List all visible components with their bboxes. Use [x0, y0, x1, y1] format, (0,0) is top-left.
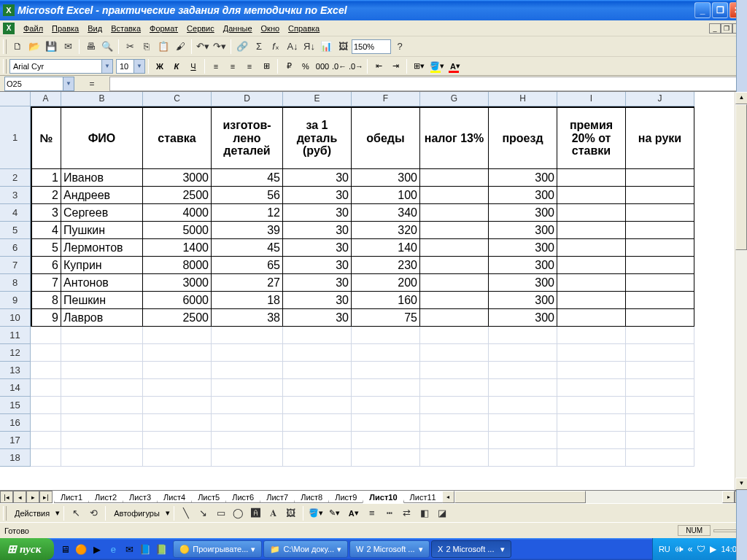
cell-E10[interactable]: 30 [283, 309, 352, 327]
sheet-tab-Лист10[interactable]: Лист10 [363, 492, 403, 503]
cell-F3[interactable]: 100 [352, 187, 420, 204]
cell-D5[interactable]: 39 [212, 222, 283, 239]
col-header-A[interactable]: A [31, 92, 61, 106]
cell-B6[interactable]: Лермонтов [61, 239, 143, 257]
menu-insert[interactable]: Вставка [107, 23, 145, 34]
task-button-3[interactable]: X2 Microsoft ...▾ [431, 540, 511, 558]
sheet-tab-Лист11[interactable]: Лист11 [403, 492, 443, 503]
cell-I8[interactable] [557, 274, 626, 292]
cell-A4[interactable]: 3 [31, 204, 61, 222]
start-button[interactable]: ⊞пуск [0, 538, 54, 560]
cell-J2[interactable] [626, 169, 694, 187]
cell-H9[interactable]: 300 [489, 292, 557, 309]
cell-H13[interactable] [489, 362, 557, 379]
cell-J3[interactable] [626, 187, 694, 204]
cell-D4[interactable]: 12 [212, 204, 283, 222]
col-header-J[interactable]: J [626, 92, 694, 106]
cell-E2[interactable]: 30 [283, 169, 352, 187]
cell-C10[interactable]: 2500 [143, 309, 212, 327]
copy-button[interactable]: ⎘ [139, 39, 155, 55]
cell-D8[interactable]: 27 [212, 274, 283, 292]
cell-J9[interactable] [626, 292, 694, 309]
cell-C6[interactable]: 1400 [143, 239, 212, 257]
sheet-tab-Лист9[interactable]: Лист9 [328, 492, 363, 503]
percent-button[interactable]: % [298, 58, 314, 74]
row-header-7[interactable]: 7 [0, 257, 31, 274]
cell-E1[interactable]: за 1 деталь (руб) [283, 106, 352, 169]
cell-D12[interactable] [212, 344, 283, 362]
new-button[interactable]: 🗋 [9, 39, 26, 55]
col-header-D[interactable]: D [212, 92, 283, 106]
cell-A15[interactable] [31, 397, 61, 414]
arrow-style-button[interactable]: ⇄ [399, 505, 415, 521]
tab-prev-button[interactable]: ◂ [13, 491, 26, 503]
cell-J14[interactable] [626, 379, 694, 397]
ql-app3-icon[interactable]: 📗 [155, 542, 168, 556]
cell-J18[interactable] [626, 449, 694, 467]
cell-D1[interactable]: изготов-лено деталей [212, 106, 283, 169]
cell-E12[interactable] [283, 344, 352, 362]
row-header-8[interactable]: 8 [0, 274, 31, 292]
cell-J17[interactable] [626, 432, 694, 449]
cell-F18[interactable] [352, 449, 420, 467]
name-box[interactable]: O25▼ [4, 77, 74, 91]
cell-I7[interactable] [557, 257, 626, 274]
cell-A13[interactable] [31, 362, 61, 379]
row-header-6[interactable]: 6 [0, 239, 31, 257]
cell-A12[interactable] [31, 344, 61, 362]
borders-button[interactable]: ⊞▾ [410, 58, 427, 74]
cell-D11[interactable] [212, 327, 283, 344]
cell-J5[interactable] [626, 222, 694, 239]
cell-H7[interactable]: 300 [489, 257, 557, 274]
row-header-18[interactable]: 18 [0, 449, 31, 467]
cell-A11[interactable] [31, 327, 61, 344]
cell-D14[interactable] [212, 379, 283, 397]
shadow-button[interactable]: ◧ [417, 505, 433, 521]
fx-button[interactable]: fₓ [268, 39, 284, 55]
underline-button[interactable]: Ч [185, 58, 201, 74]
textbox-button[interactable]: 🅰 [248, 505, 264, 521]
tray-play-icon[interactable]: ▶ [710, 544, 716, 554]
formula-input[interactable] [109, 77, 747, 91]
cell-B18[interactable] [61, 449, 143, 467]
cell-E11[interactable] [283, 327, 352, 344]
zoom-combo[interactable]: 150%▼ [352, 39, 391, 54]
vscroll-thumb[interactable] [735, 104, 747, 250]
cell-C14[interactable] [143, 379, 212, 397]
row-header-11[interactable]: 11 [0, 327, 31, 344]
draw-actions-menu[interactable]: Действия [10, 509, 54, 518]
horizontal-scrollbar[interactable]: ◂ ▸ [442, 491, 735, 503]
cell-F12[interactable] [352, 344, 420, 362]
cell-A5[interactable]: 4 [31, 222, 61, 239]
cut-button[interactable]: ✂ [122, 39, 138, 55]
line-style-button[interactable]: ≡ [364, 505, 380, 521]
cell-J6[interactable] [626, 239, 694, 257]
cell-G17[interactable] [420, 432, 489, 449]
save-button[interactable]: 💾 [43, 39, 59, 55]
mail-button[interactable]: ✉ [60, 39, 76, 55]
cell-F8[interactable]: 200 [352, 274, 420, 292]
cell-B14[interactable] [61, 379, 143, 397]
cell-I3[interactable] [557, 187, 626, 204]
cell-I6[interactable] [557, 239, 626, 257]
cell-A1[interactable]: № [31, 106, 61, 169]
row-header-16[interactable]: 16 [0, 414, 31, 432]
cell-G7[interactable] [420, 257, 489, 274]
cell-H1[interactable]: проезд [489, 106, 557, 169]
cell-D15[interactable] [212, 397, 283, 414]
cell-C2[interactable]: 3000 [143, 169, 212, 187]
cell-G4[interactable] [420, 204, 489, 222]
cell-B7[interactable]: Куприн [61, 257, 143, 274]
sheet-tab-Лист6[interactable]: Лист6 [225, 492, 260, 503]
scroll-right-button[interactable]: ▸ [722, 491, 735, 503]
cell-H15[interactable] [489, 397, 557, 414]
cell-G3[interactable] [420, 187, 489, 204]
sort-asc-button[interactable]: A↓ [285, 39, 301, 55]
cell-C4[interactable]: 4000 [143, 204, 212, 222]
task-button-2[interactable]: W2 Microsoft ...▾ [349, 540, 430, 558]
menu-view[interactable]: Вид [83, 23, 107, 34]
arrow-button[interactable]: ↘ [196, 505, 212, 521]
cell-H8[interactable]: 300 [489, 274, 557, 292]
scroll-up-button[interactable]: ▲ [735, 92, 747, 104]
cell-C13[interactable] [143, 362, 212, 379]
